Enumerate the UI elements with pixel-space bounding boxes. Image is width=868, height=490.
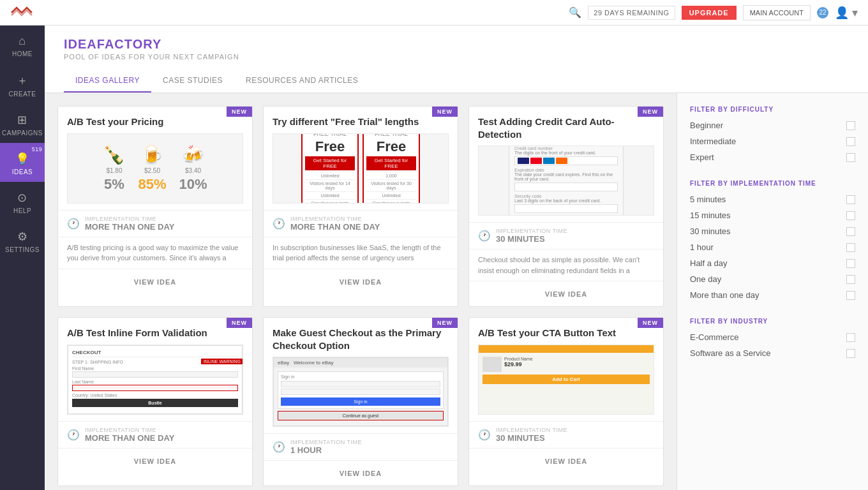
sidebar-item-ideas[interactable]: 519 💡 IDEAS [0,143,45,182]
card-1-impl: 🕐 IMPLEMENTATION TIME MORE THAN ONE DAY [58,210,252,237]
price-val-2: $2.50 [144,167,160,174]
cc-label-expiry: Expiration date [514,168,618,172]
filter-industry: FILTER BY INDUSTRY E-Commerce Software a… [690,318,855,358]
price-col-3: 🍻 $3.40 10% [179,144,207,193]
filter-checkbox-ecommerce[interactable] [846,333,855,342]
sidebar: ⌂ HOME ＋ CREATE ⊞ CAMPAIGNS 519 💡 IDEAS … [0,26,45,490]
free-row-4: Simultaneous tests [305,199,355,204]
card-3-image: Credit card number The digits on the fro… [478,145,654,216]
card-2-badge: NEW [432,107,458,117]
cc-row-3: Security code Last 3 digits on the back … [514,194,618,213]
filter-checkbox-beginner[interactable] [846,121,855,130]
card-3-title: Test Adding Credit Card Auto-Detection [469,107,663,145]
free-row-1: Unlimited [305,172,355,178]
card-3-impl-text: IMPLEMENTATION TIME 30 MINUTES [496,228,567,244]
main-account-button[interactable]: MAIN ACCOUNT [743,5,811,20]
topnav-left [10,5,33,20]
tab-case-studies[interactable]: CASE STUDIES [151,70,234,93]
sidebar-create-label: CREATE [9,91,36,98]
pricing-mock: 🍾 $1.80 5% 🍺 $2.50 85% 🍻 $3.40 10 [90,138,220,199]
ideas-icon: 💡 [15,152,30,166]
free-row-5: 1,000 [366,172,416,178]
cards-area: NEW A/B Test your Pricing 🍾 $1.80 5% 🍺 $… [45,93,677,490]
card-1-view-btn[interactable]: VIEW IDEA [134,278,176,286]
sidebar-settings-label: SETTINGS [5,246,40,253]
price-pct-2: 85% [138,176,166,193]
sidebar-item-create[interactable]: ＋ CREATE [0,64,45,104]
filter-checkbox-expert[interactable] [846,153,855,162]
card-6-view-btn[interactable]: VIEW IDEA [545,457,587,465]
cta-product-price: $29.99 [504,361,650,368]
search-button[interactable]: 🔍 [569,6,581,19]
filter-impl-title: FILTER BY IMPLEMENTATION TIME [690,180,855,187]
cta-header-bar [479,345,654,353]
trial-badge: 29 DAYS REMAINING [588,6,675,20]
card-5-impl-text: IMPLEMENTATION TIME 1 HOUR [290,439,362,455]
filter-item-intermediate: Intermediate [690,137,855,146]
card-5-view-btn[interactable]: VIEW IDEA [340,470,382,477]
filter-label-expert: Expert [690,152,714,162]
ebay-email-field [281,381,440,387]
notifications-badge[interactable]: 22 [817,7,828,19]
filter-checkbox-5min[interactable] [846,195,855,204]
user-icon[interactable]: 👤 ▾ [835,6,858,20]
filter-industry-title: FILTER BY INDUSTRY [690,318,855,325]
card-free-trial: NEW Try different "Free Trial" lengths F… [263,106,458,307]
sidebar-item-campaigns[interactable]: ⊞ CAMPAIGNS [0,104,45,143]
card-2-footer: VIEW IDEA [264,269,458,294]
card-cta: NEW A/B Test your CTA Button Text Produc… [468,317,664,486]
card-6-impl-value: 30 MINUTES [496,433,567,443]
card-3-impl: 🕐 IMPLEMENTATION TIME 30 MINUTES [469,222,663,249]
filter-checkbox-intermediate[interactable] [846,137,855,146]
upgrade-button[interactable]: UPGRADE [682,6,737,20]
cc-label-cvv: Security code [514,194,618,198]
card-4-impl-text: IMPLEMENTATION TIME MORE THAN ONE DAY [85,427,174,443]
card-3-view-btn[interactable]: VIEW IDEA [545,290,587,298]
filter-checkbox-saas[interactable] [846,349,855,358]
sidebar-item-help[interactable]: ⊙ HELP [0,182,45,221]
filter-label-5min: 5 minutes [690,195,726,204]
card-2-desc: In subscription businesses like SaaS, th… [264,237,458,269]
clock-icon-4: 🕐 [67,429,80,441]
price-val-1: $1.80 [106,167,122,174]
tab-resources-articles[interactable]: RESOURCES AND ARTICLES [234,70,370,93]
card-2-view-btn[interactable]: VIEW IDEA [340,278,382,286]
filter-checkbox-more-than-one-day[interactable] [846,291,855,300]
ideas-badge: 519 [32,144,42,154]
help-icon: ⊙ [17,191,27,205]
price-pct-1: 5% [104,176,124,193]
filter-label-one-day: One day [690,274,721,284]
right-sidebar: FILTER BY DIFFICULTY Beginner Intermedia… [677,93,868,490]
tab-ideas-gallery[interactable]: IDEAS GALLERY [64,70,151,93]
filter-item-one-day: One day [690,274,855,284]
topnav: 🔍 29 DAYS REMAINING UPGRADE MAIN ACCOUNT… [0,0,868,26]
cc-input-cvv [514,204,618,213]
filter-checkbox-one-day[interactable] [846,275,855,284]
sidebar-item-settings[interactable]: ⚙ SETTINGS [0,221,45,260]
ebay-body: Sign in Sign in Continue as guest [274,368,447,426]
card-4-image: CHECKOUT STEP 1: SHIPPING INFO First Nam… [67,345,243,415]
ch-input-lastname [72,385,238,391]
content-area: NEW A/B Test your Pricing 🍾 $1.80 5% 🍺 $… [45,93,868,490]
card-4-view-btn[interactable]: VIEW IDEA [134,457,176,465]
filter-checkbox-15min[interactable] [846,211,855,220]
card-credit-card: NEW Test Adding Credit Card Auto-Detecti… [468,106,664,307]
filter-checkbox-1hour[interactable] [846,243,855,252]
free-row-6: Visitors tested for 30 days [366,179,416,190]
card-5-footer: VIEW IDEA [264,460,458,486]
card-6-title: A/B Test your CTA Button Text [469,318,663,345]
filter-checkbox-half-day[interactable] [846,259,855,268]
card-2-title: Try different "Free Trial" lengths [264,107,458,133]
free-trial-label-1: FREE TRIAL [313,133,347,138]
filter-checkbox-30min[interactable] [846,227,855,236]
card-4-impl-label: IMPLEMENTATION TIME [85,427,174,433]
filter-difficulty: FILTER BY DIFFICULTY Beginner Intermedia… [690,106,855,162]
card-4-title: A/B Test Inline Form Validation [58,318,252,345]
card-4-footer: VIEW IDEA [58,448,252,473]
card-5-impl-label: IMPLEMENTATION TIME [290,439,362,445]
card-6-badge: NEW [638,318,663,328]
visa-icon [518,158,529,164]
sidebar-item-home[interactable]: ⌂ HOME [0,26,45,64]
beer-icon: 🍻 [182,144,204,165]
card-6-footer: VIEW IDEA [469,448,663,473]
